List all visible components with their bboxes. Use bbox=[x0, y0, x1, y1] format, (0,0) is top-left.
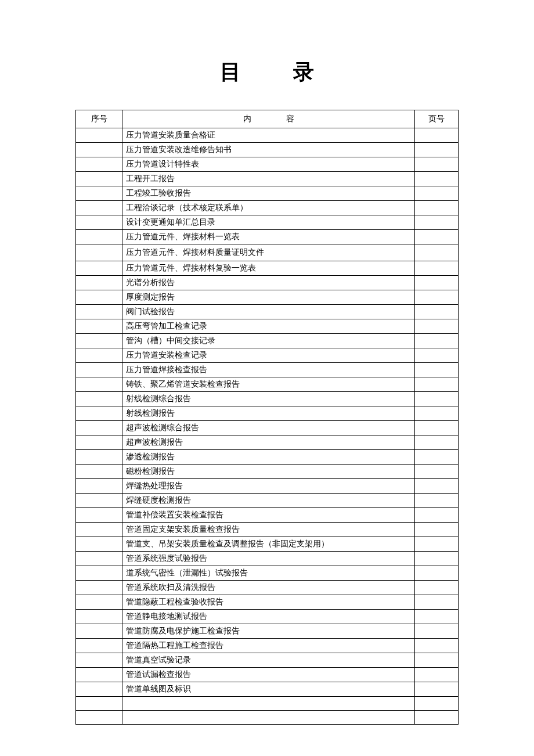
seq-cell bbox=[76, 305, 122, 319]
page-cell bbox=[415, 244, 459, 261]
content-cell: 管道试漏检查报告 bbox=[122, 668, 415, 682]
content-cell: 超声波检测报告 bbox=[122, 435, 415, 450]
seq-cell bbox=[76, 230, 122, 244]
content-cell: 管道补偿装置安装检查报告 bbox=[122, 508, 415, 523]
content-cell: 工程开工报告 bbox=[122, 172, 415, 186]
seq-cell bbox=[76, 421, 122, 435]
page-cell bbox=[415, 508, 459, 523]
header-seq: 序号 bbox=[76, 110, 122, 128]
page-cell bbox=[415, 566, 459, 581]
seq-cell bbox=[76, 172, 122, 186]
seq-cell bbox=[76, 711, 122, 725]
seq-cell bbox=[76, 450, 122, 465]
table-row: 光谱分析报告 bbox=[76, 276, 459, 290]
table-row: 超声波检测报告 bbox=[76, 435, 459, 450]
seq-cell bbox=[76, 465, 122, 479]
content-cell: 射线检测综合报告 bbox=[122, 392, 415, 406]
content-cell: 阀门试验报告 bbox=[122, 305, 415, 319]
page-cell bbox=[415, 172, 459, 186]
page-cell bbox=[415, 186, 459, 201]
seq-cell bbox=[76, 697, 122, 711]
table-row: 管道隐蔽工程检查验收报告 bbox=[76, 595, 459, 610]
title-char-2: 录 bbox=[293, 58, 314, 87]
page-cell bbox=[415, 610, 459, 624]
page-cell bbox=[415, 537, 459, 552]
seq-cell bbox=[76, 261, 122, 276]
page-cell bbox=[415, 348, 459, 363]
content-cell: 压力管道安装检查记录 bbox=[122, 348, 415, 363]
table-row: 工程竣工验收报告 bbox=[76, 186, 459, 201]
content-cell: 设计变更通知单汇总目录 bbox=[122, 215, 415, 230]
content-cell: 焊缝热处理报告 bbox=[122, 479, 415, 494]
seq-cell bbox=[76, 290, 122, 305]
page-cell bbox=[415, 201, 459, 215]
seq-cell bbox=[76, 435, 122, 450]
seq-cell bbox=[76, 128, 122, 143]
content-cell: 压力管道元件、焊接材料复验一览表 bbox=[122, 261, 415, 276]
page-cell bbox=[415, 435, 459, 450]
seq-cell bbox=[76, 143, 122, 157]
table-row: 压力管道设计特性表 bbox=[76, 157, 459, 172]
table-row: 超声波检测综合报告 bbox=[76, 421, 459, 435]
seq-cell bbox=[76, 653, 122, 668]
table-row: 管道系统吹扫及清洗报告 bbox=[76, 581, 459, 595]
page-cell bbox=[415, 523, 459, 537]
seq-cell bbox=[76, 406, 122, 421]
seq-cell bbox=[76, 494, 122, 508]
table-row: 工程开工报告 bbox=[76, 172, 459, 186]
seq-cell bbox=[76, 319, 122, 334]
table-row: 磁粉检测报告 bbox=[76, 465, 459, 479]
table-row: 管道系统强度试验报告 bbox=[76, 552, 459, 566]
page-cell bbox=[415, 682, 459, 697]
table-row: 管沟（槽）中间交接记录 bbox=[76, 334, 459, 348]
seq-cell bbox=[76, 523, 122, 537]
page-cell bbox=[415, 668, 459, 682]
table-row: 厚度测定报告 bbox=[76, 290, 459, 305]
seq-cell bbox=[76, 624, 122, 639]
table-row: 管道隔热工程施工检查报告 bbox=[76, 639, 459, 653]
page-cell bbox=[415, 377, 459, 392]
table-row: 压力管道元件、焊接材料一览表 bbox=[76, 230, 459, 244]
page-cell bbox=[415, 494, 459, 508]
table-row: 压力管道安装质量合格证 bbox=[76, 128, 459, 143]
table-row: 管道单线图及标识 bbox=[76, 682, 459, 697]
content-cell: 管道真空试验记录 bbox=[122, 653, 415, 668]
content-cell: 铸铁、聚乙烯管道安装检查报告 bbox=[122, 377, 415, 392]
header-page: 页号 bbox=[415, 110, 459, 128]
page-cell bbox=[415, 406, 459, 421]
table-row: 渗透检测报告 bbox=[76, 450, 459, 465]
seq-cell bbox=[76, 392, 122, 406]
content-cell: 焊缝硬度检测报告 bbox=[122, 494, 415, 508]
seq-cell bbox=[76, 668, 122, 682]
title-char-1: 目 bbox=[220, 58, 241, 87]
page-cell bbox=[415, 479, 459, 494]
header-content-char-2: 容 bbox=[286, 114, 294, 123]
seq-cell bbox=[76, 479, 122, 494]
seq-cell bbox=[76, 276, 122, 290]
seq-cell bbox=[76, 201, 122, 215]
content-cell: 厚度测定报告 bbox=[122, 290, 415, 305]
seq-cell bbox=[76, 537, 122, 552]
content-cell: 管道隐蔽工程检查验收报告 bbox=[122, 595, 415, 610]
page-cell bbox=[415, 215, 459, 230]
page-cell bbox=[415, 421, 459, 435]
page-cell bbox=[415, 128, 459, 143]
table-row bbox=[76, 711, 459, 725]
page-cell bbox=[415, 653, 459, 668]
page-cell bbox=[415, 392, 459, 406]
table-row: 焊缝硬度检测报告 bbox=[76, 494, 459, 508]
page-cell bbox=[415, 157, 459, 172]
content-cell: 超声波检测综合报告 bbox=[122, 421, 415, 435]
table-row: 高压弯管加工检查记录 bbox=[76, 319, 459, 334]
page-cell bbox=[415, 552, 459, 566]
content-cell: 管道静电接地测试报告 bbox=[122, 610, 415, 624]
table-row: 射线检测综合报告 bbox=[76, 392, 459, 406]
content-cell: 管道防腐及电保护施工检查报告 bbox=[122, 624, 415, 639]
page-cell bbox=[415, 276, 459, 290]
seq-cell bbox=[76, 682, 122, 697]
page-cell bbox=[415, 581, 459, 595]
page-cell bbox=[415, 450, 459, 465]
table-row: 管道补偿装置安装检查报告 bbox=[76, 508, 459, 523]
content-cell: 渗透检测报告 bbox=[122, 450, 415, 465]
table-row: 压力管道焊接检查报告 bbox=[76, 363, 459, 377]
